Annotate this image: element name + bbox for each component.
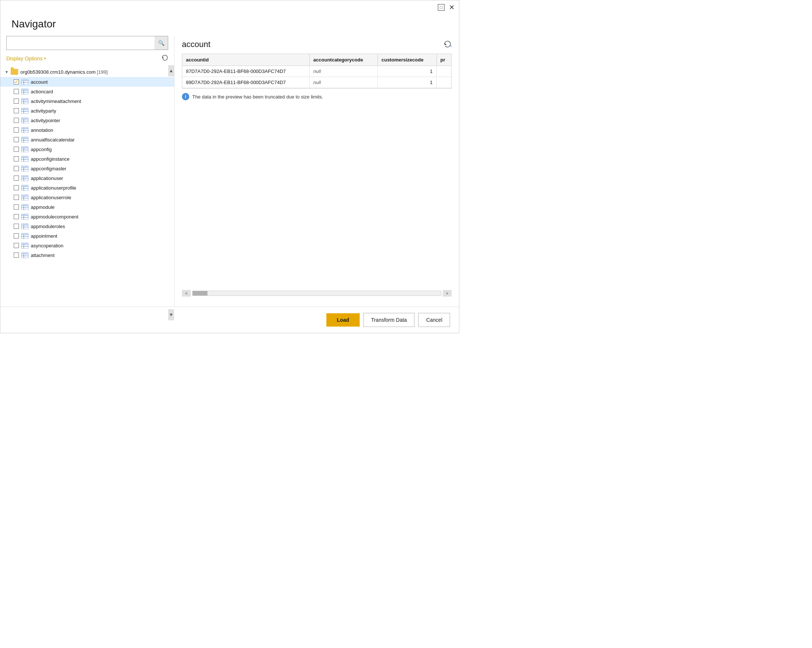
checkbox-applicationuserrole[interactable] bbox=[14, 195, 19, 200]
list-item[interactable]: annotation bbox=[0, 125, 174, 135]
right-panel: account ↻ accountid accountcategorycode … bbox=[174, 36, 459, 320]
table-header-row: accountid accountcategorycode customersi… bbox=[182, 54, 451, 66]
table-icon bbox=[21, 242, 29, 249]
list-item[interactable]: appmodulecomponent bbox=[0, 212, 174, 221]
list-item[interactable]: activitymimeattachment bbox=[0, 96, 174, 106]
svg-rect-40 bbox=[21, 146, 29, 148]
cell-pr-2 bbox=[437, 77, 451, 88]
item-label: appconfiginstance bbox=[31, 156, 70, 162]
cell-sizecode-1: 1 bbox=[377, 66, 437, 77]
checkbox-actioncard[interactable] bbox=[14, 89, 19, 94]
svg-rect-90 bbox=[21, 242, 29, 244]
checkbox-appconfigmaster[interactable] bbox=[14, 166, 19, 171]
table-icon bbox=[21, 175, 29, 181]
item-label: appmoduleroles bbox=[31, 224, 65, 229]
item-label: activitypointer bbox=[31, 118, 60, 123]
cancel-button[interactable]: Cancel bbox=[418, 313, 450, 327]
list-item[interactable]: appconfig bbox=[0, 145, 174, 154]
table-icon bbox=[21, 88, 29, 95]
checkbox-activityparty[interactable] bbox=[14, 108, 19, 113]
scroll-right-button[interactable]: > bbox=[443, 290, 452, 297]
list-item[interactable]: appconfigmaster bbox=[0, 164, 174, 173]
list-item[interactable]: attachment bbox=[0, 250, 174, 260]
item-label: appointment bbox=[31, 233, 57, 239]
checkbox-appmodulecomponent[interactable] bbox=[14, 214, 19, 219]
svg-rect-50 bbox=[21, 166, 29, 168]
list-item[interactable]: applicationuser bbox=[0, 173, 174, 183]
checkbox-appconfig[interactable] bbox=[14, 146, 19, 152]
search-button[interactable]: 🔍 bbox=[154, 36, 168, 50]
checkbox-applicationuser[interactable] bbox=[14, 175, 19, 181]
item-label: applicationuserrole bbox=[31, 195, 71, 200]
display-options-button[interactable]: Display Options ▾ bbox=[6, 56, 46, 61]
checkbox-account[interactable]: ✓ bbox=[14, 79, 19, 84]
item-label: appmodulecomponent bbox=[31, 214, 79, 220]
column-pr: pr bbox=[437, 54, 451, 66]
checkbox-annotation[interactable] bbox=[14, 127, 19, 133]
scroll-down-button[interactable]: ▼ bbox=[168, 309, 174, 320]
checkbox-activitymimeattachment[interactable] bbox=[14, 99, 19, 104]
table-icon bbox=[21, 233, 29, 239]
list-item[interactable]: appointment bbox=[0, 231, 174, 241]
minimize-button[interactable]: □ bbox=[438, 4, 444, 11]
list-item[interactable]: asyncoperation bbox=[0, 241, 174, 250]
item-label: appmodule bbox=[31, 204, 55, 210]
chevron-down-icon: ▾ bbox=[44, 56, 46, 60]
table-icon bbox=[21, 156, 29, 162]
transform-data-button[interactable]: Transform Data bbox=[363, 313, 415, 327]
list-item[interactable]: ✓ account bbox=[0, 77, 174, 87]
table-icon bbox=[21, 252, 29, 258]
close-button[interactable]: ✕ bbox=[449, 3, 455, 11]
data-table: accountid accountcategorycode customersi… bbox=[182, 54, 451, 88]
search-input[interactable] bbox=[7, 37, 154, 49]
item-label: appconfig bbox=[31, 146, 52, 152]
scrollbar-thumb[interactable] bbox=[192, 291, 208, 296]
content-area: 🔍 Display Options ▾ bbox=[0, 36, 459, 320]
list-item[interactable]: actioncard bbox=[0, 87, 174, 96]
checkbox-asyncoperation[interactable] bbox=[14, 243, 19, 248]
list-item[interactable]: activityparty bbox=[0, 106, 174, 116]
tree-list[interactable]: ▼ org0b539308.crm10.dynamics.com [199] ✓ bbox=[0, 65, 174, 320]
checkbox-appointment[interactable] bbox=[14, 233, 19, 238]
checkbox-appmodule[interactable] bbox=[14, 204, 19, 210]
checkbox-activitypointer[interactable] bbox=[14, 118, 19, 123]
list-item[interactable]: applicationuserrole bbox=[0, 192, 174, 202]
column-accountcategorycode: accountcategorycode bbox=[309, 54, 377, 66]
truncated-notice: i The data in the preview has been trunc… bbox=[182, 88, 452, 105]
bottom-bar: Load Transform Data Cancel bbox=[0, 306, 459, 333]
folder-icon bbox=[11, 69, 18, 75]
svg-rect-15 bbox=[21, 98, 29, 100]
scroll-up-button[interactable]: ▲ bbox=[168, 65, 174, 76]
checkbox-attachment[interactable] bbox=[14, 253, 19, 258]
cell-pr-1 bbox=[437, 66, 451, 77]
list-item[interactable]: activitypointer bbox=[0, 116, 174, 125]
table-icon bbox=[21, 79, 29, 85]
checkbox-applicationuserprofile[interactable] bbox=[14, 185, 19, 190]
column-accountid: accountid bbox=[182, 54, 309, 66]
table-icon bbox=[21, 185, 29, 191]
table-icon bbox=[21, 98, 29, 104]
svg-rect-80 bbox=[21, 223, 29, 225]
preview-refresh-button[interactable]: ↻ bbox=[443, 40, 452, 49]
load-button[interactable]: Load bbox=[327, 313, 359, 326]
svg-rect-60 bbox=[21, 185, 29, 187]
list-item[interactable]: appmoduleroles bbox=[0, 221, 174, 231]
checkbox-appmoduleroles[interactable] bbox=[14, 224, 19, 229]
svg-text:↻: ↻ bbox=[450, 44, 452, 48]
left-panel: 🔍 Display Options ▾ bbox=[0, 36, 174, 320]
item-label: annualfiscalcalendar bbox=[31, 137, 75, 143]
list-item[interactable]: appconfiginstance bbox=[0, 154, 174, 164]
preview-header: account ↻ bbox=[182, 36, 452, 54]
tree-container: ▼ org0b539308.crm10.dynamics.com [199] ✓ bbox=[0, 65, 174, 320]
checkbox-appconfiginstance[interactable] bbox=[14, 156, 19, 162]
svg-rect-70 bbox=[21, 204, 29, 206]
svg-rect-75 bbox=[21, 213, 29, 215]
tree-group-header[interactable]: ▼ org0b539308.crm10.dynamics.com [199] bbox=[0, 67, 174, 77]
table-row: 89D7A7D0-292A-EB11-BF68-000D3AFC74D7 nul… bbox=[182, 77, 451, 88]
list-item[interactable]: appmodule bbox=[0, 202, 174, 212]
refresh-button[interactable] bbox=[162, 55, 168, 62]
checkbox-annualfiscalcalendar[interactable] bbox=[14, 137, 19, 142]
list-item[interactable]: applicationuserprofile bbox=[0, 183, 174, 192]
scroll-left-button[interactable]: < bbox=[182, 290, 191, 297]
list-item[interactable]: annualfiscalcalendar bbox=[0, 135, 174, 145]
